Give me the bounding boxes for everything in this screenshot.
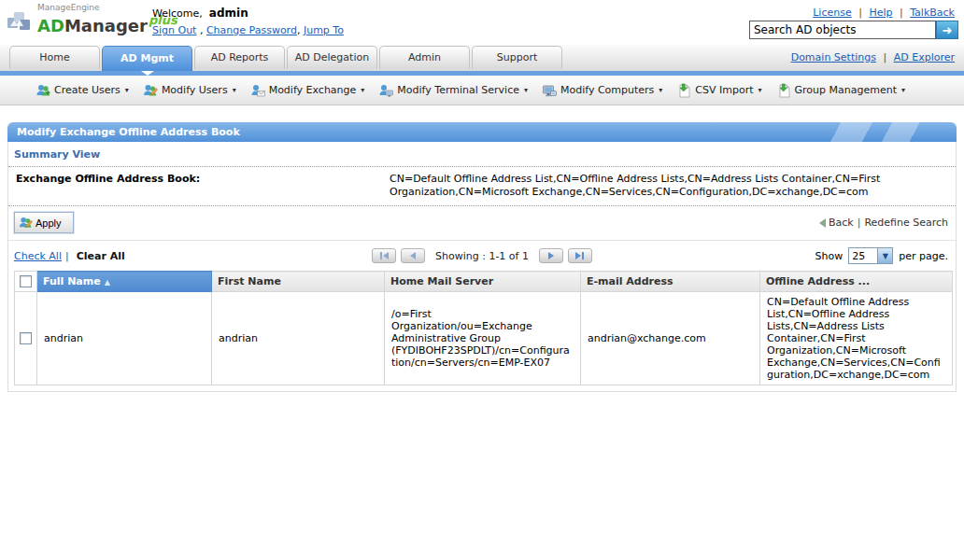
- back-arrow-icon: [819, 218, 826, 228]
- table-row: andrian andrian /o=First Organization/ou…: [15, 292, 953, 385]
- change-password-link[interactable]: Change Password: [206, 24, 297, 36]
- last-page-icon: [575, 252, 581, 259]
- session-links: Sign Out , Change Password, Jump To: [152, 24, 344, 36]
- csv-import-icon: [676, 83, 691, 98]
- select-all-checkbox[interactable]: [20, 275, 32, 287]
- tab-ad-delegation[interactable]: AD Delegation: [287, 46, 377, 69]
- chevron-down-icon: ▾: [233, 86, 236, 94]
- page-size-control: Show 25 ▼ per page.: [815, 247, 948, 264]
- column-header-email-address[interactable]: E-mail Address: [581, 272, 760, 292]
- next-page-button[interactable]: [539, 248, 563, 263]
- oab-value: CN=Default Offline Address List,CN=Offli…: [390, 173, 950, 199]
- manageengine-cubes-icon: [6, 8, 34, 36]
- talkback-link[interactable]: TalkBack: [910, 7, 955, 19]
- select-all-cell: [15, 272, 37, 292]
- apply-icon: [19, 216, 33, 230]
- modify-terminal-service-menu[interactable]: Modify Terminal Service ▾: [378, 83, 528, 98]
- action-row: Apply Back | Redefine Search: [8, 206, 956, 240]
- list-controls-row: Check All | Clear All Showing : 1-1 of 1…: [8, 241, 956, 271]
- first-page-icon: [380, 252, 382, 259]
- modify-computers-icon: [542, 83, 557, 98]
- modify-exchange-icon: [250, 83, 265, 98]
- tab-right-links: Domain Settings | AD Explorer: [791, 51, 955, 63]
- row-select-cell: [15, 292, 37, 385]
- panel-title-bar: Modify Exchange Offline Address Book: [7, 122, 957, 142]
- search-arrow-icon: ➜: [943, 23, 953, 37]
- modify-users-icon: [143, 83, 158, 98]
- modify-users-menu[interactable]: Modify Users ▾: [143, 83, 236, 98]
- panel-body: Summary View Exchange Offline Address Bo…: [7, 142, 957, 392]
- chevron-down-icon: ▾: [659, 86, 662, 94]
- tab-ad-reports[interactable]: AD Reports: [194, 46, 285, 69]
- username: admin: [209, 7, 248, 20]
- sign-out-link[interactable]: Sign Out: [152, 24, 196, 36]
- column-header-full-name[interactable]: Full Name▲: [37, 272, 212, 292]
- csv-import-menu[interactable]: CSV Import ▾: [676, 83, 761, 98]
- row-checkbox[interactable]: [20, 332, 32, 344]
- show-label: Show: [815, 250, 844, 262]
- column-header-offline-address[interactable]: Offline Address ...: [760, 272, 953, 292]
- table-header-row: Full Name▲ First Name Home Mail Server E…: [15, 272, 953, 292]
- last-page-button[interactable]: [568, 248, 592, 263]
- ad-explorer-link[interactable]: AD Explorer: [894, 51, 955, 63]
- chevron-down-icon: ▾: [901, 86, 905, 94]
- tab-admin[interactable]: Admin: [379, 46, 470, 69]
- tabs: Home AD Mgmt AD Reports AD Delegation Ad…: [9, 46, 562, 71]
- group-management-menu[interactable]: Group Management ▾: [776, 83, 905, 98]
- separator: ,: [200, 24, 204, 36]
- action-toolbar: Create Users ▾ Modify Users ▾ Modify Exc…: [0, 76, 964, 105]
- back-link[interactable]: Back: [829, 217, 854, 229]
- summary-view-heading: Summary View: [8, 142, 956, 166]
- modify-terminal-service-icon: [378, 83, 393, 98]
- next-page-icon: [548, 252, 554, 259]
- apply-button[interactable]: Apply: [14, 212, 74, 233]
- per-page-label: per page.: [899, 250, 948, 262]
- cell-home-mail-server: /o=First Organization/ou=Exchange Admini…: [385, 292, 581, 385]
- top-bar: ManageEngine ADManagerplus Welcome, admi…: [0, 0, 964, 45]
- column-header-home-mail-server[interactable]: Home Mail Server: [385, 272, 581, 292]
- help-link[interactable]: Help: [869, 7, 892, 19]
- main-tab-bar: Home AD Mgmt AD Reports AD Delegation Ad…: [0, 45, 964, 71]
- pagination: Showing : 1-1 of 1: [8, 241, 956, 271]
- group-management-icon: [776, 83, 791, 98]
- results-table: Full Name▲ First Name Home Mail Server E…: [14, 271, 953, 385]
- create-users-icon: [35, 83, 50, 98]
- cell-first-name: andrian: [212, 292, 385, 385]
- separator: ,: [297, 24, 301, 36]
- domain-settings-link[interactable]: Domain Settings: [791, 51, 876, 63]
- create-users-menu[interactable]: Create Users ▾: [35, 83, 129, 98]
- modify-oab-panel: Modify Exchange Offline Address Book Sum…: [7, 122, 957, 392]
- tab-home[interactable]: Home: [9, 46, 100, 69]
- tab-ad-mgmt[interactable]: AD Mgmt: [102, 46, 192, 71]
- chevron-down-icon: ▾: [125, 86, 129, 94]
- chevron-down-icon: ▾: [524, 86, 528, 94]
- utility-links: License | Help | TalkBack: [813, 7, 955, 19]
- back-redefine-links: Back | Redefine Search: [819, 217, 948, 229]
- panel-title: Modify Exchange Offline Address Book: [17, 126, 240, 138]
- license-link[interactable]: License: [813, 7, 851, 19]
- dropdown-arrow-icon: ▼: [877, 248, 892, 263]
- clear-all-link[interactable]: Clear All: [77, 250, 125, 262]
- column-header-first-name[interactable]: First Name: [212, 272, 385, 292]
- welcome-text: Welcome, admin: [152, 7, 248, 20]
- search-input[interactable]: [749, 21, 936, 39]
- oab-label: Exchange Offline Address Book:: [16, 173, 390, 199]
- search-go-button[interactable]: ➜: [936, 21, 958, 39]
- redefine-search-link[interactable]: Redefine Search: [864, 217, 948, 229]
- cell-email-address: andrian@xchange.com: [581, 292, 760, 385]
- previous-page-button[interactable]: [401, 248, 425, 263]
- tab-support[interactable]: Support: [472, 46, 562, 69]
- modify-computers-menu[interactable]: Modify Computers ▾: [542, 83, 662, 98]
- showing-text: Showing : 1-1 of 1: [435, 250, 529, 262]
- modify-exchange-menu[interactable]: Modify Exchange ▾: [250, 83, 365, 98]
- cell-offline-address: CN=Default Offline Address List,CN=Offli…: [760, 292, 953, 385]
- jump-to-link[interactable]: Jump To: [304, 24, 344, 36]
- chevron-down-icon: ▾: [361, 86, 364, 94]
- decorative-stripes: [766, 122, 953, 142]
- chevron-down-icon: ▾: [758, 86, 762, 94]
- summary-row: Exchange Offline Address Book: CN=Defaul…: [8, 167, 956, 205]
- previous-page-icon: [410, 252, 416, 259]
- first-page-button[interactable]: [372, 248, 396, 263]
- check-all-link[interactable]: Check All: [14, 250, 62, 262]
- page-size-select[interactable]: 25 ▼: [848, 247, 893, 264]
